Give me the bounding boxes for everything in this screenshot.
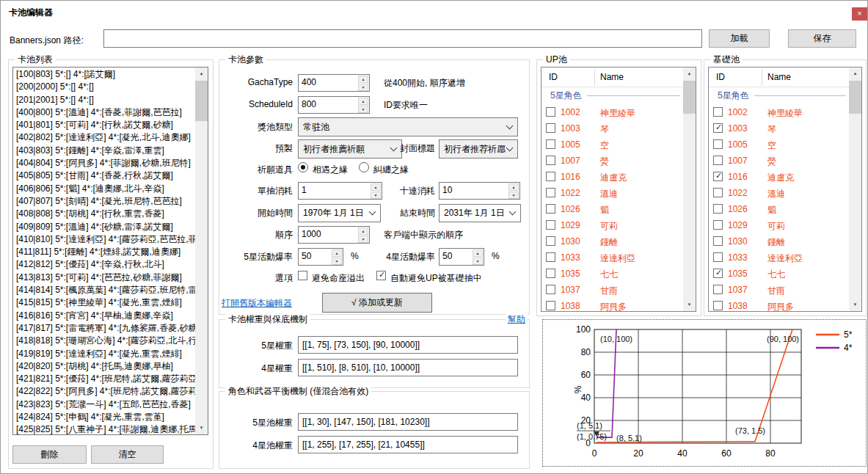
- row-checkbox[interactable]: [713, 139, 723, 149]
- row-checkbox[interactable]: [546, 301, 555, 310]
- pool-list-item[interactable]: [421|821] 5*:[優菈] 4*:[班尼特,諾艾爾,蘿莎莉亞]: [13, 373, 195, 385]
- down-arrow-icon[interactable]: ▼: [332, 258, 342, 265]
- scroll-down-icon[interactable]: ▼: [683, 299, 696, 311]
- pool-list-scrollbar[interactable]: ▲ ▼: [195, 68, 208, 434]
- rate4-spinner[interactable]: 50 ▲▼: [439, 248, 484, 266]
- pool-list-item[interactable]: [423|823] 5*:[荒瀧一斗] 4*:[五郎,芭芭拉,香菱]: [13, 398, 195, 411]
- pool-list-item[interactable]: [200|2000] 5*:[] 4*:[]: [13, 81, 195, 93]
- row-checkbox[interactable]: [546, 204, 555, 214]
- pool-row-1037[interactable]: 1037甘雨: [709, 282, 849, 298]
- row-checkbox[interactable]: [546, 269, 555, 278]
- pool-list-item[interactable]: [410|810] 5*:[達達利亞] 4*:[蘿莎莉亞,芭芭拉,菲謝爾]: [13, 233, 195, 246]
- scrollbar-thumb[interactable]: [849, 81, 861, 114]
- pool-row-1035[interactable]: 1035七七: [709, 266, 849, 282]
- up-arrow-icon[interactable]: ▲: [508, 183, 519, 191]
- order-value[interactable]: 1000: [299, 227, 358, 243]
- pool-list-item[interactable]: [408|808] 5*:[胡桃] 4*:[行秋,重雲,香菱]: [13, 208, 195, 220]
- pool-row-1030[interactable]: 1030鍾離: [541, 233, 683, 249]
- ten-cost-value[interactable]: 10: [440, 183, 508, 199]
- pool-row-1007[interactable]: 1007熒: [709, 153, 849, 169]
- weight4-input[interactable]: [298, 359, 518, 376]
- row-checkbox[interactable]: [546, 156, 555, 165]
- pool-row-1033[interactable]: 1033達達利亞: [709, 249, 849, 266]
- radio-intertwined-fate[interactable]: [359, 162, 369, 172]
- pool-list-item[interactable]: [409|809] 5*:[溫迪] 4*:[砂糖,雷澤,諾艾爾]: [13, 221, 195, 233]
- pool-list-item[interactable]: [100|803] 5*:[] 4*:[諾艾爾]: [13, 68, 195, 81]
- order-spinner[interactable]: 1000 ▲▼: [298, 226, 370, 244]
- pool-list-item[interactable]: [416|816] 5*:[宵宮] 4*:[早柚,迪奧娜,辛焱]: [13, 310, 195, 322]
- pool-row-1026[interactable]: 1026魈: [709, 201, 849, 217]
- pool-list-item[interactable]: [425|825] 5*:[八重神子] 4*:[菲謝爾,迪奧娜,托馬]: [13, 423, 195, 434]
- avoid-constellation-overflow-checkbox[interactable]: [298, 271, 307, 280]
- row-checkbox[interactable]: [546, 123, 555, 133]
- pool-row-1037[interactable]: 1037甘雨: [541, 282, 683, 298]
- pool-row-1002[interactable]: 1002神里綾華: [709, 104, 849, 120]
- delete-button[interactable]: 刪除: [12, 445, 87, 464]
- column-id[interactable]: ID: [716, 72, 725, 82]
- pool-list-item[interactable]: [400|800] 5*:[溫迪] 4*:[香菱,菲謝爾,芭芭拉]: [13, 106, 195, 119]
- gachatype-value[interactable]: 400: [299, 75, 358, 91]
- row-checkbox[interactable]: [546, 285, 555, 294]
- pool-row-1016[interactable]: 1016迪盧克: [709, 169, 849, 185]
- avoid-up-in-base-checkbox[interactable]: [376, 271, 386, 280]
- pool-row-1038[interactable]: 1038阿貝多: [709, 298, 849, 311]
- row-checkbox[interactable]: [546, 139, 555, 149]
- scroll-up-icon[interactable]: ▲: [683, 68, 696, 80]
- pool-row-1003[interactable]: 1003琴: [541, 120, 683, 136]
- pool-list-item[interactable]: [412|812] 5*:[優菈] 4*:[辛焱,行秋,北斗]: [13, 258, 195, 271]
- pool-list-item[interactable]: [419|819] 5*:[達達利亞] 4*:[凝光,重雲,煙緋]: [13, 348, 195, 360]
- start-time-picker[interactable]: 1970年 1月 1日: [298, 204, 381, 222]
- pool-row-1029[interactable]: 1029可莉: [709, 217, 849, 233]
- scheduleid-value[interactable]: 800: [299, 97, 358, 113]
- load-button[interactable]: 加載: [709, 29, 770, 48]
- single-cost-value[interactable]: 1: [299, 183, 371, 199]
- save-button[interactable]: 保存: [788, 29, 856, 48]
- pool-list-item[interactable]: [414|814] 5*:[楓原萬葉] 4*:[蘿莎莉亞,班尼特,雷澤]: [13, 284, 195, 296]
- pool-row-1016[interactable]: 1016迪盧克: [541, 169, 683, 185]
- up-arrow-icon[interactable]: ▲: [358, 227, 368, 235]
- row-checkbox[interactable]: [713, 220, 723, 230]
- close-button[interactable]: ×: [852, 7, 867, 21]
- pool-list-item[interactable]: [415|815] 5*:[神里綾華] 4*:[凝光,重雲,煙緋]: [13, 296, 195, 309]
- end-time-picker[interactable]: 2031年 1月 1日: [439, 204, 521, 222]
- up-arrow-icon[interactable]: ▲: [358, 98, 368, 105]
- scrollbar-thumb[interactable]: [683, 81, 696, 114]
- scrollbar-thumb[interactable]: [195, 81, 208, 121]
- row-checkbox[interactable]: [546, 107, 555, 117]
- weight5-input[interactable]: [298, 336, 518, 354]
- single-cost-spinner[interactable]: 1 ▲▼: [298, 182, 382, 200]
- row-checkbox[interactable]: [713, 123, 723, 133]
- row-checkbox[interactable]: [713, 301, 723, 310]
- pool-list-item[interactable]: [420|820] 5*:[胡桃] 4*:[托馬,迪奧娜,早柚]: [13, 360, 195, 373]
- scroll-up-icon[interactable]: ▲: [195, 68, 208, 80]
- pool-row-1035[interactable]: 1035七七: [541, 266, 683, 282]
- pool-list-item[interactable]: [404|804] 5*:[阿貝多] 4*:[菲謝爾,砂糖,班尼特]: [13, 157, 195, 169]
- pool-row-1005[interactable]: 1005空: [541, 136, 683, 153]
- open-old-editor-link[interactable]: 打開舊版本編輯器: [222, 297, 292, 310]
- pool-row-1003[interactable]: 1003琴: [709, 120, 849, 136]
- pool-list-item[interactable]: [413|813] 5*:[可莉] 4*:[芭芭拉,砂糖,菲謝爾]: [13, 271, 195, 284]
- pool-list-item[interactable]: [407|807] 5*:[刻晴] 4*:[凝光,班尼特,芭芭拉]: [13, 195, 195, 208]
- pool-type-select[interactable]: 常驻池: [298, 117, 518, 136]
- cover-title-select[interactable]: 初行者推荐祈愿: [439, 139, 518, 158]
- row-checkbox[interactable]: [713, 252, 723, 262]
- down-arrow-icon[interactable]: ▼: [358, 106, 368, 113]
- pool-list-item[interactable]: [411|811] 5*:[鍾離] 4*:[煙緋,諾艾爾,迪奧娜]: [13, 246, 195, 258]
- pool-weight4-input[interactable]: [298, 436, 518, 453]
- pool-list-item[interactable]: [201|2001] 5*:[] 4*:[]: [13, 94, 195, 106]
- pool-row-1033[interactable]: 1033達達利亞: [541, 249, 683, 266]
- clear-button[interactable]: 清空: [91, 445, 164, 464]
- pool-list-item[interactable]: [418|818] 5*:[珊瑚宮心海] 4*:[蘿莎莉亞,北斗,行秋]: [13, 335, 195, 347]
- pool-list-item[interactable]: [402|802] 5*:[達達利亞] 4*:[凝光,北斗,迪奧娜]: [13, 131, 195, 144]
- up-arrow-icon[interactable]: ▲: [332, 249, 342, 257]
- path-input[interactable]: [103, 29, 702, 48]
- up-pool-table[interactable]: ID Name 5星角色1002神里綾華1003琴1005空1007熒1016迪…: [541, 67, 696, 312]
- scroll-down-icon[interactable]: ▼: [849, 299, 861, 311]
- up-arrow-icon[interactable]: ▲: [473, 249, 483, 257]
- pool-row-1022[interactable]: 1022溫迪: [709, 185, 849, 201]
- row-checkbox[interactable]: [713, 269, 723, 278]
- pool-row-1026[interactable]: 1026魈: [541, 201, 683, 217]
- row-checkbox[interactable]: [546, 172, 555, 181]
- pool-row-1002[interactable]: 1002神里綾華: [541, 104, 683, 120]
- pool-row-1007[interactable]: 1007熒: [541, 153, 683, 169]
